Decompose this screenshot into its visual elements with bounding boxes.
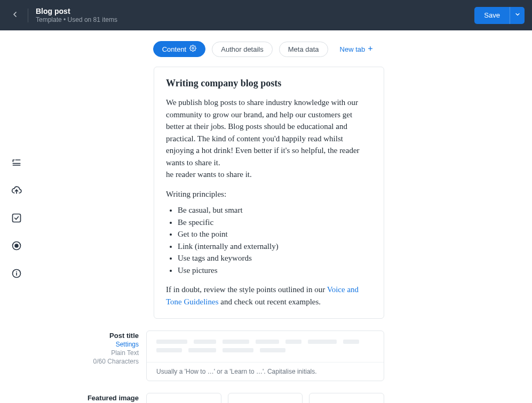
rail-info-button[interactable]	[7, 265, 26, 284]
page-title: Blog post	[36, 7, 117, 16]
save-button-group: Save	[474, 7, 525, 24]
svg-point-9	[16, 271, 17, 272]
info-icon	[11, 268, 22, 281]
principle-item: Use pictures	[178, 264, 372, 277]
tab-content[interactable]: Content	[153, 41, 206, 57]
guidelines-body-1: We publish blog posts to share industry …	[166, 96, 372, 181]
plus-icon	[367, 45, 374, 53]
chevron-down-icon	[514, 11, 521, 19]
post-title-labels: Post title Settings Plain Text 0/60 Char…	[66, 331, 146, 381]
field-settings-link[interactable]: Settings	[66, 341, 139, 348]
svg-point-6	[15, 244, 18, 247]
principle-item: Use tags and keywords	[178, 252, 372, 264]
field-char-count: 0/60 Characters	[66, 358, 139, 365]
svg-rect-4	[13, 214, 21, 222]
side-rail	[7, 155, 26, 284]
post-title-input-box[interactable]: Usually a 'How to …' or a 'Learn to …'. …	[146, 331, 384, 381]
tab-label: Author details	[221, 45, 264, 53]
save-button[interactable]: Save	[474, 7, 510, 24]
svg-point-0	[192, 47, 194, 49]
principles-heading: Writing principles:	[166, 188, 372, 200]
guidelines-heading: Writing company blog posts	[166, 78, 372, 89]
principle-item: Be specific	[178, 216, 372, 229]
image-slots	[146, 393, 384, 403]
cloud-upload-icon	[11, 185, 22, 198]
field-name: Post title	[66, 332, 139, 340]
rail-checkbox-button[interactable]	[7, 210, 26, 228]
tab-label: Meta data	[288, 45, 319, 53]
gear-icon	[189, 45, 196, 53]
tab-label: Content	[162, 45, 187, 53]
post-title-placeholder	[147, 331, 384, 362]
checkbox-icon	[11, 213, 22, 225]
tabs-row: Content Author details Meta data New tab	[0, 30, 532, 65]
rail-upload-button[interactable]	[7, 182, 26, 200]
image-upload-slot[interactable]	[228, 393, 303, 403]
main-column: Writing company blog posts We publish bl…	[91, 67, 475, 403]
rail-radio-button[interactable]	[7, 238, 26, 256]
featured-image-labels: Featured image	[66, 393, 146, 403]
text-lines-icon	[11, 157, 22, 170]
new-tab-button[interactable]: New tab	[335, 42, 379, 57]
featured-image-field-row: Featured image	[154, 393, 384, 403]
principles-list: Be casual, but smart Be specific Get to …	[178, 204, 372, 276]
app-header: Blog post Template • Used on 81 items Sa…	[0, 0, 532, 30]
principle-item: Link (internally and externally)	[178, 240, 372, 253]
tab-author-details[interactable]: Author details	[212, 42, 273, 57]
chevron-left-icon	[11, 10, 19, 21]
save-dropdown-button[interactable]	[510, 7, 525, 24]
header-divider	[28, 9, 28, 22]
guidelines-footer: If in doubt, review the style points out…	[166, 284, 372, 308]
guidelines-card: Writing company blog posts We publish bl…	[154, 67, 384, 319]
image-upload-slot[interactable]	[309, 393, 384, 403]
new-tab-label: New tab	[340, 45, 366, 53]
header-title-block: Blog post Template • Used on 81 items	[36, 7, 117, 23]
tab-meta-data[interactable]: Meta data	[279, 42, 328, 57]
principle-item: Get to the point	[178, 228, 372, 240]
rail-text-field-button[interactable]	[7, 155, 26, 173]
field-name: Featured image	[66, 394, 139, 402]
back-button[interactable]	[7, 8, 22, 23]
post-title-field-row: Post title Settings Plain Text 0/60 Char…	[154, 331, 384, 381]
post-title-help: Usually a 'How to …' or a 'Learn to …'. …	[147, 362, 384, 381]
radio-icon	[11, 240, 22, 253]
field-type: Plain Text	[66, 349, 139, 357]
page-subtitle: Template • Used on 81 items	[36, 16, 117, 23]
principle-item: Be casual, but smart	[178, 204, 372, 216]
image-upload-slot[interactable]	[146, 393, 221, 403]
